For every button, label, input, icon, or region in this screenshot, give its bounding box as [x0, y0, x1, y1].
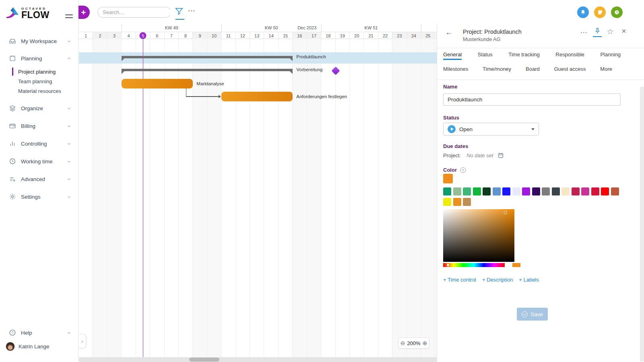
hue-slider[interactable] [443, 263, 505, 267]
due-date-value[interactable]: No date set [466, 152, 493, 158]
favorite-button[interactable]: ☆ [605, 27, 615, 36]
color-swatch[interactable] [542, 187, 550, 195]
zoom-out-button[interactable]: ⊖ [400, 340, 405, 346]
color-swatch[interactable] [591, 187, 599, 195]
gradient-marker[interactable] [504, 211, 507, 214]
status-select[interactable]: Open [443, 123, 539, 136]
tab-responsible[interactable]: Responsible [555, 51, 584, 60]
add-labels-link[interactable]: + Labels [519, 277, 539, 283]
dependency-connector [186, 88, 187, 97]
gantt-expand-handle[interactable]: › [79, 334, 86, 348]
color-swatch[interactable] [561, 187, 570, 195]
sidebar-item-team-planning[interactable]: Team planning [0, 76, 78, 86]
sidebar-item-organize[interactable]: Organize [0, 102, 78, 114]
tab-milestones[interactable]: Milestones [443, 66, 468, 74]
panel-scrollbar[interactable] [640, 86, 644, 362]
panel-tabs-row1: GeneralStatusTime trackingResponsiblePla… [443, 51, 621, 60]
color-swatch[interactable] [443, 198, 451, 206]
color-swatch[interactable] [512, 187, 520, 195]
gantt-summary-bar[interactable] [122, 69, 293, 71]
notifications-button[interactable] [577, 6, 589, 18]
color-swatch[interactable] [483, 187, 491, 195]
color-swatch[interactable] [522, 187, 530, 195]
name-label: Name [443, 84, 457, 90]
gantt-day-header-cell: 12 [236, 32, 250, 39]
sidebar-item-advanced[interactable]: Advanced [0, 173, 78, 185]
scrollbar-thumb[interactable] [189, 358, 219, 362]
bar-chart-icon [9, 140, 16, 147]
gantt-horizontal-scrollbar[interactable] [79, 357, 437, 362]
tab-general[interactable]: General [443, 51, 462, 60]
color-swatch[interactable] [443, 187, 451, 195]
color-swatch[interactable] [453, 198, 461, 206]
gantt-summary-bar[interactable] [122, 56, 293, 58]
sidebar-item-my-workspace[interactable]: My Workspace [0, 35, 78, 47]
current-color-swatch[interactable] [443, 174, 453, 183]
info-icon[interactable]: ? [460, 167, 466, 173]
panel-add-links: + Time control+ Description+ Labels [443, 277, 539, 283]
tab-planning[interactable]: Planning [600, 51, 621, 60]
gantt-day-header-cell: 23 [392, 32, 407, 39]
gantt-day-header-cell: 6 [150, 32, 164, 39]
project-name-input[interactable] [443, 93, 621, 106]
color-swatch[interactable] [502, 187, 510, 195]
color-swatch[interactable] [601, 187, 609, 195]
color-swatch[interactable] [473, 187, 481, 195]
user-name: Katrin Lange [19, 343, 50, 350]
tab-time-money[interactable]: Time/money [483, 66, 511, 74]
gantt-day-header-cell: 14 [264, 32, 278, 39]
back-button[interactable]: ← [445, 28, 452, 37]
gantt-zoom-control: ⊖ 200% ⊕ [398, 337, 429, 349]
sidebar-item-project-planning[interactable]: Project planning [0, 67, 78, 76]
search-input[interactable] [103, 9, 173, 15]
add-description-link[interactable]: + Description [482, 277, 513, 283]
divider [437, 48, 644, 48]
color-gradient-picker[interactable] [443, 209, 514, 262]
hue-slider-marker[interactable] [447, 263, 449, 267]
sidebar-item-settings[interactable]: Settings [0, 191, 78, 203]
tab-time-tracking[interactable]: Time tracking [508, 51, 540, 60]
gantt-task-bar[interactable] [221, 92, 293, 101]
add-button[interactable]: + [77, 6, 90, 19]
time-tracking-button[interactable] [611, 6, 623, 18]
save-button[interactable]: Save [517, 308, 548, 321]
sidebar-item-planning[interactable]: Planning [0, 52, 78, 64]
color-swatch[interactable] [463, 198, 471, 206]
zoom-in-button[interactable]: ⊕ [423, 340, 427, 346]
gantt-day-header-cell: 1 [79, 32, 93, 39]
close-panel-button[interactable]: × [619, 27, 629, 36]
add-time-control-link[interactable]: + Time control [443, 277, 476, 283]
color-swatch[interactable] [552, 187, 560, 195]
pin-button[interactable] [592, 27, 602, 35]
color-swatch[interactable] [532, 187, 540, 195]
calendar-icon[interactable] [497, 152, 504, 158]
tab-more[interactable]: More [600, 66, 612, 74]
chevron-down-icon [67, 142, 71, 146]
tab-board[interactable]: Board [526, 66, 540, 74]
tab-guest-access[interactable]: Guest access [554, 66, 586, 74]
color-swatch[interactable] [572, 187, 580, 195]
chevron-down-icon [67, 39, 71, 43]
user-menu[interactable]: Katrin Lange [6, 342, 50, 351]
sidebar-item-material-resources[interactable]: Material resources [0, 86, 78, 96]
sidebar-item-working-time[interactable]: Working time [0, 155, 78, 167]
sidebar-item-billing[interactable]: Billing [0, 120, 78, 132]
notes-button[interactable] [594, 6, 606, 18]
sidebar-item-controlling[interactable]: Controlling [0, 138, 78, 150]
panel-more-button[interactable]: ⋯ [579, 28, 588, 37]
color-swatch[interactable] [463, 187, 471, 195]
color-swatch[interactable] [611, 187, 619, 195]
gantt-body: ProduktlaunchVorbereitungMarktanalyseAnf… [79, 39, 437, 357]
gantt-task-bar[interactable] [122, 79, 193, 88]
color-swatch[interactable] [453, 187, 461, 195]
tab-status[interactable]: Status [478, 51, 493, 60]
filter-button[interactable] [175, 7, 185, 19]
gantt-day-column [264, 39, 278, 357]
color-swatch[interactable] [581, 187, 589, 195]
hamburger-menu-button[interactable] [65, 12, 73, 19]
color-swatch[interactable] [493, 187, 501, 195]
gantt-day-header-cell: 21 [364, 32, 378, 39]
sidebar-item-help[interactable]: ? Help [0, 327, 78, 339]
gantt-day-column [378, 39, 392, 357]
topbar-more-button[interactable]: ⋯ [187, 6, 196, 17]
